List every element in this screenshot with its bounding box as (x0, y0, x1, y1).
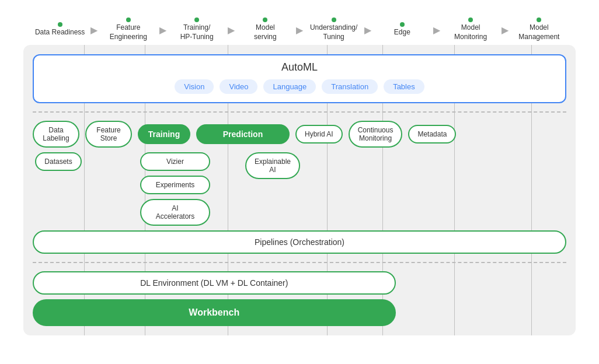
chip-language: Language (263, 79, 316, 94)
pipeline-step-monitoring: ModelMonitoring (440, 18, 502, 41)
node-explainable-ai: ExplainableAI (245, 152, 300, 179)
pipeline-step-edge: Edge (371, 22, 433, 37)
step-label-1: Data Readiness (35, 28, 85, 37)
node-metadata: Metadata (408, 125, 456, 144)
tick-dot-5 (332, 18, 336, 22)
node-data-labeling: DataLabeling (33, 121, 79, 148)
step-label-5: Understanding/Tuning (310, 23, 357, 41)
node-vizier: Vizier (140, 152, 210, 171)
pipeline-step-understanding: Understanding/Tuning (303, 18, 364, 41)
node-feature-store: FeatureStore (85, 121, 132, 148)
main-container: Data Readiness ▶ FeatureEngineering ▶ Tr… (12, 12, 587, 364)
automl-chips: Vision Video Language Translation Tables (43, 79, 556, 94)
pipeline-step-feature-eng: FeatureEngineering (97, 18, 159, 41)
tick-dot-6 (400, 22, 405, 27)
chip-video: Video (220, 79, 257, 94)
pipelines-bar: Pipelines (Orchestration) (33, 230, 566, 254)
nodes-row-1: DataLabeling FeatureStore Training Predi… (33, 121, 566, 148)
step-label-2: FeatureEngineering (110, 23, 147, 41)
arrow-7: ▶ (502, 24, 509, 36)
node-hybrid-ai: Hybrid AI (295, 125, 343, 144)
dl-env-bar: DL Environment (DL VM + DL Container) (33, 271, 396, 295)
pipeline-step-training: Training/HP-Tuning (166, 18, 228, 41)
step-label-7: ModelMonitoring (454, 23, 487, 41)
chip-translation: Translation (322, 79, 378, 94)
step-label-8: ModelManagement (518, 23, 559, 41)
arrow-2: ▶ (159, 24, 166, 36)
node-ai-accelerators: AIAccelerators (140, 199, 210, 226)
step-label-6: Edge (394, 28, 410, 37)
tick-dot-3 (194, 18, 199, 22)
bottom-section: DL Environment (DL VM + DL Container) Wo… (33, 271, 566, 326)
pipeline-step-data-readiness: Data Readiness (29, 22, 90, 37)
tick-dot-8 (537, 18, 541, 22)
node-prediction: Prediction (196, 124, 290, 144)
dashed-divider-2 (33, 262, 566, 263)
automl-section: AutoML Vision Video Language Translation… (33, 54, 566, 103)
tick-dot-1 (58, 22, 62, 27)
pipeline-step-management: ModelManagement (509, 18, 570, 41)
workbench-bar: Workbench (33, 299, 396, 326)
step-label-4: Modelserving (254, 23, 277, 41)
node-experiments: Experiments (140, 176, 210, 194)
chip-tables: Tables (384, 79, 424, 94)
arrow-6: ▶ (433, 24, 440, 36)
pipeline-header: Data Readiness ▶ FeatureEngineering ▶ Tr… (23, 18, 576, 41)
tick-dot-7 (468, 18, 473, 22)
arrow-4: ▶ (296, 24, 303, 36)
arrow-1: ▶ (90, 24, 97, 36)
automl-title: AutoML (43, 61, 556, 74)
node-continuous-monitoring: ContinuousMonitoring (349, 121, 403, 148)
chip-vision: Vision (175, 79, 214, 94)
node-training: Training (138, 124, 190, 144)
step-label-3: Training/HP-Tuning (180, 23, 214, 41)
diagram-area: AutoML Vision Video Language Translation… (23, 45, 576, 335)
tick-dot-4 (263, 18, 267, 22)
arrow-3: ▶ (228, 24, 235, 36)
node-datasets: Datasets (35, 152, 82, 171)
tick-dot-2 (126, 18, 131, 22)
arrow-5: ▶ (364, 24, 371, 36)
pipeline-step-serving: Modelserving (235, 18, 296, 41)
nodes-section: DataLabeling FeatureStore Training Predi… (33, 121, 566, 254)
dashed-divider-1 (33, 111, 566, 113)
